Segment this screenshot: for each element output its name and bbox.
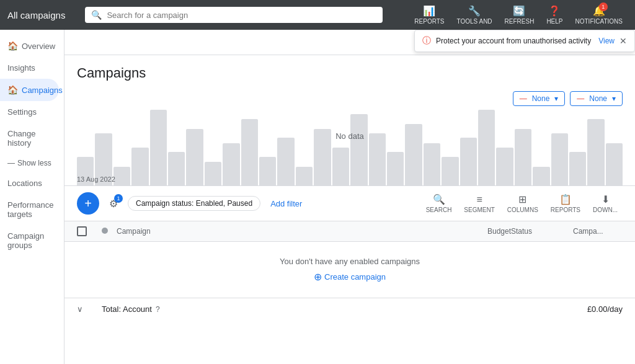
toolbar-segment-button[interactable]: ≡ SEGMENT [459, 192, 499, 216]
chart-metric1-label: None [532, 94, 550, 103]
nav-tool-help[interactable]: ❓ HELP [541, 2, 567, 27]
toolbar-download-label: DOWN... [593, 206, 618, 213]
chart-metric2-dropdown[interactable]: — None ▾ [570, 91, 623, 106]
sidebar-item-performance-targets[interactable]: Performance targets [0, 194, 59, 225]
page-title: Campaigns [77, 65, 623, 81]
chart-bar [332, 148, 349, 185]
nav-tool-refresh[interactable]: 🔄 REFRESH [500, 2, 540, 27]
notif-warning-icon: ⓘ [422, 35, 431, 47]
sidebar-label-change-history: Change history [7, 129, 51, 148]
create-campaign-icon: ⊕ [314, 271, 322, 283]
sidebar-label-performance-targets: Performance targets [7, 200, 53, 219]
nav-tool-tools[interactable]: 🔧 TOOLS AND [452, 2, 497, 27]
show-less-icon: — [7, 159, 15, 167]
notif-view-link[interactable]: View [598, 37, 615, 45]
table-col-campaign-type: Campa... [573, 227, 623, 236]
nav-tool-reports[interactable]: 📊 REPORTS [409, 2, 449, 27]
table-col-status: Status [511, 227, 573, 236]
sidebar-item-insights[interactable]: Insights [0, 57, 59, 79]
chart-bar [424, 143, 440, 185]
show-less-label: Show less [17, 159, 51, 167]
sidebar-item-change-history[interactable]: Change history [0, 123, 59, 154]
toolbar-reports-label: REPORTS [551, 206, 580, 213]
overview-icon: 🏠 [7, 41, 18, 51]
chart-bar [569, 152, 586, 185]
chart-bar [587, 119, 604, 185]
show-less-toggle[interactable]: — Show less [0, 154, 64, 172]
sidebar-label-settings: Settings [7, 107, 37, 117]
chart-controls: — None ▾ — None ▾ [513, 91, 623, 106]
create-campaign-link[interactable]: ⊕ Create campaign [314, 271, 386, 283]
table-col-budget: Budget [449, 227, 511, 236]
toolbar-download-icon: ⬇ [602, 193, 610, 205]
toolbar-right: 🔍 SEARCH ≡ SEGMENT ⊞ COLUMNS 📋 REPORTS ⬇ [421, 191, 623, 216]
chart-metric1-chevron: ▾ [554, 94, 558, 103]
toolbar-reports-button[interactable]: 📋 REPORTS [546, 191, 585, 216]
sidebar-item-locations[interactable]: Locations [0, 172, 59, 194]
chart-date-label: 13 Aug 2022 [77, 175, 115, 183]
sidebar-label-campaign-groups: Campaign groups [7, 231, 51, 250]
chart-metric1-dropdown[interactable]: — None ▾ [513, 91, 566, 106]
add-filter-button[interactable]: Add filter [265, 197, 307, 211]
select-all-checkbox[interactable] [77, 226, 87, 236]
total-row: ∨ Total: Account ? £0.00/day [64, 298, 635, 320]
chart-bar [113, 167, 130, 186]
search-input[interactable] [107, 11, 376, 20]
notification-count: 1 [599, 2, 608, 11]
chart-bar [259, 157, 276, 185]
chart-bar [405, 124, 422, 185]
filter-button[interactable]: ⚙ 1 [104, 194, 123, 213]
refresh-label: REFRESH [505, 18, 535, 25]
app-body: 🏠 Overview Insights 🏠 Campaigns Settings… [0, 30, 635, 364]
search-bar[interactable]: 🔍 [85, 7, 383, 23]
chart-bar [533, 167, 549, 186]
notif-text: Protect your account from unauthorised a… [436, 37, 591, 45]
chart-bar [241, 119, 258, 185]
empty-message: You don't have any enabled campaigns [280, 257, 420, 266]
sidebar-item-settings[interactable]: Settings [0, 101, 59, 123]
chart-bar [350, 114, 367, 185]
no-data-label: No data [335, 131, 364, 141]
chart-bar [496, 148, 513, 185]
add-button[interactable]: + [77, 192, 99, 215]
table-col-campaign: Campaign [117, 227, 449, 236]
sidebar-label-insights: Insights [7, 63, 35, 73]
chart-bars [77, 105, 623, 185]
notif-close-button[interactable]: ✕ [619, 36, 627, 46]
chart-bar [223, 143, 239, 185]
toolbar-columns-button[interactable]: ⊞ COLUMNS [502, 191, 543, 216]
chart-bar [606, 143, 623, 185]
chart-bar [460, 138, 477, 185]
toolbar-segment-label: SEGMENT [464, 206, 494, 213]
chart-bar [515, 129, 531, 186]
total-help-icon[interactable]: ? [156, 305, 160, 314]
main-content: Custom 9 Aug - 5 Campaigns — None ▾ — No… [64, 30, 635, 364]
toolbar-search-icon: 🔍 [433, 193, 445, 205]
top-nav: All campaigns 🔍 📊 REPORTS 🔧 TOOLS AND 🔄 … [0, 0, 635, 30]
create-campaign-label: Create campaign [324, 272, 386, 282]
table-col-status-dot [102, 227, 117, 236]
chart-bar [150, 110, 167, 185]
reports-icon: 📊 [423, 5, 435, 17]
chart-bar [387, 152, 404, 185]
sidebar-item-campaigns[interactable]: 🏠 Campaigns [0, 79, 59, 101]
sidebar-item-overview[interactable]: 🏠 Overview [0, 35, 59, 57]
toolbar: + ⚙ 1 Campaign status: Enabled, Paused A… [64, 185, 635, 221]
tools-icon: 🔧 [468, 5, 481, 17]
nav-tool-notifications[interactable]: 🔔 1 NOTIFICATIONS [571, 2, 628, 27]
sidebar-item-campaign-groups[interactable]: Campaign groups [0, 225, 59, 256]
toolbar-download-button[interactable]: ⬇ DOWN... [588, 191, 623, 216]
help-icon: ❓ [548, 5, 561, 17]
toolbar-columns-label: COLUMNS [507, 206, 538, 213]
table-empty-state: You don't have any enabled campaigns ⊕ C… [64, 242, 635, 298]
notifications-label: NOTIFICATIONS [575, 18, 623, 25]
chart-bar [369, 133, 386, 185]
refresh-icon: 🔄 [513, 5, 525, 17]
toolbar-search-button[interactable]: 🔍 SEARCH [421, 191, 457, 216]
chart-bar [314, 129, 331, 186]
sidebar-label-overview: Overview [22, 42, 55, 51]
total-expand-button[interactable]: ∨ [77, 304, 102, 314]
sidebar-label-campaigns: Campaigns [22, 86, 63, 95]
notification-banner: ⓘ Protect your account from unauthorised… [414, 30, 635, 52]
status-filter-chip[interactable]: Campaign status: Enabled, Paused [128, 196, 260, 211]
